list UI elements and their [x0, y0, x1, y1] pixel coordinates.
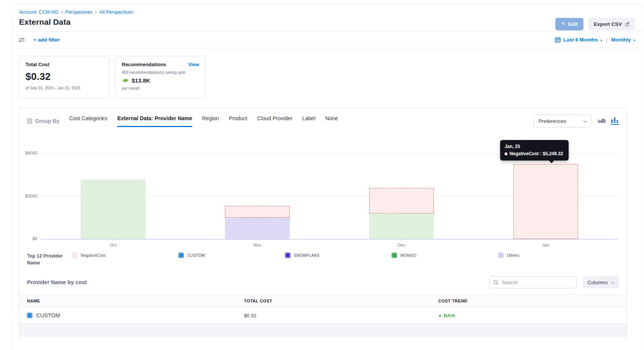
main-panel: Account: CCM-NG›Perspectives›All Perspec… [13, 4, 642, 350]
x-axis-tick [402, 239, 402, 241]
legend-label: Others [507, 253, 520, 258]
bar-dec-negativecost[interactable] [369, 188, 434, 213]
preferences-dropdown[interactable]: Preferences [534, 115, 591, 127]
search-box [489, 276, 577, 288]
chevron-down-icon: ▾ [633, 38, 635, 42]
x-axis-tick [113, 239, 113, 241]
bar-jan-negativecost[interactable] [513, 164, 578, 239]
x-axis-tick [546, 239, 546, 241]
perspective-body-card: Group By Cost CategoriesExternal Data: P… [19, 108, 627, 340]
breadcrumb-separator: › [61, 10, 63, 15]
tooltip-title: Jan, 25 [505, 143, 564, 150]
date-range-dropdown[interactable]: Last 6 Months ▾ [555, 37, 602, 43]
cell-total-cost: $0.32 [244, 313, 438, 318]
bar-oct-mongo[interactable] [81, 180, 145, 239]
breadcrumb-link[interactable]: Perspectives [65, 10, 93, 15]
export-csv-label: Export CSV [594, 21, 622, 27]
legend-item-others[interactable]: Others [498, 253, 605, 258]
legend-label: NegativeCost [81, 253, 105, 258]
table-row[interactable]: CUSTOM$0.32NA% [19, 307, 626, 324]
y-axis-tick-label: $6000 [19, 151, 37, 155]
tooltip-series-bullet [505, 153, 507, 155]
x-axis-tick-label: Jan [529, 243, 563, 247]
add-filter-button[interactable]: + add filter [33, 37, 60, 43]
recommendations-line2: per month [122, 86, 199, 91]
legend-item-mongo[interactable]: MONGO [392, 253, 498, 258]
bar-chart-icon[interactable] [611, 117, 619, 125]
external-link-icon [625, 22, 630, 27]
group-by-label: Group By [35, 118, 59, 124]
filter-bar: + add filter Last 6 Months ▾ | Monthly ▾ [13, 32, 642, 48]
breadcrumb: Account: CCM-NG›Perspectives›All Perspec… [19, 10, 636, 15]
groupby-tab-cost-categories[interactable]: Cost Categories [69, 115, 107, 127]
pencil-icon: ✎ [561, 21, 565, 27]
chevron-down-icon: ▾ [601, 38, 603, 42]
x-axis-tick-label: Nov [240, 243, 274, 247]
legend-swatch [179, 253, 184, 258]
table-section-title: Provider Name by cost [27, 279, 87, 285]
area-chart-icon[interactable] [598, 117, 606, 124]
legend-label: SNOWFLAKE [294, 253, 320, 258]
bar-nov-snowflake[interactable] [225, 218, 290, 239]
legend-item-negativecost[interactable]: NegativeCost [72, 253, 179, 258]
calendar-icon [555, 37, 561, 43]
groupby-tab-label[interactable]: Label [302, 115, 315, 127]
search-input[interactable] [502, 280, 570, 285]
legend-items: NegativeCostCUSTOMSNOWFLAKEMONGOOthers [72, 253, 619, 258]
x-axis-tick-label: Dec [384, 243, 419, 247]
tooltip-value: NegativeCost : $5,249.32 [505, 150, 564, 158]
legend-swatch [498, 253, 504, 258]
export-csv-button[interactable]: Export CSV [588, 18, 635, 30]
table-footer-strip [19, 324, 626, 337]
view-recommendations-link[interactable]: View [188, 62, 199, 67]
provider-cost-table: NAME TOTAL COST COST TREND CUSTOM$0.32NA… [19, 294, 626, 337]
legend-swatch [285, 253, 290, 258]
filter-settings-icon[interactable] [18, 37, 25, 43]
legend-item-snowflake[interactable]: SNOWFLAKE [285, 253, 392, 258]
columns-button[interactable]: Columns [583, 276, 619, 288]
column-header-name: NAME [19, 299, 244, 303]
total-cost-label: Total Cost [26, 62, 103, 67]
chevron-down-icon [611, 280, 615, 284]
legend-item-custom[interactable]: CUSTOM [179, 253, 285, 258]
summary-cards: Total Cost $0.32 of Sep 01, 2024 - Jan 3… [13, 48, 642, 108]
total-cost-card: Total Cost $0.32 of Sep 01, 2024 - Jan 3… [19, 56, 109, 99]
bar-dec-mongo[interactable] [369, 213, 434, 239]
date-range-value: Last 6 Months [563, 37, 598, 43]
chevron-down-icon [583, 119, 587, 123]
groupby-tab-external-data-provider-name[interactable]: External Data: Provider Name [117, 115, 192, 127]
x-axis-tick [257, 239, 258, 241]
preferences-label: Preferences [539, 118, 566, 124]
breadcrumb-link[interactable]: Account: CCM-NG [19, 10, 59, 15]
column-header-cost-trend: COST TREND [438, 299, 626, 303]
page-header: Account: CCM-NG›Perspectives›All Perspec… [13, 4, 642, 32]
y-axis-tick-label: $3000 [19, 194, 37, 198]
group-by-row: Group By Cost CategoriesExternal Data: P… [19, 108, 626, 128]
edit-button[interactable]: ✎ Edit [555, 18, 583, 30]
trend-up-icon [438, 314, 442, 317]
granularity-value: Monthly [611, 37, 631, 43]
active-chart-type-underline [611, 124, 619, 125]
legend-swatch [72, 253, 77, 258]
bar-nov-negativecost[interactable] [225, 206, 290, 218]
groupby-tab-cloud-provider[interactable]: Cloud Provider [257, 115, 293, 127]
provider-name: CUSTOM [36, 312, 60, 318]
groupby-tab-product[interactable]: Product [229, 115, 247, 127]
chart-legend: Top 12 Provider Name NegativeCostCUSTOMS… [19, 252, 626, 266]
cell-cost-trend: NA% [438, 313, 626, 318]
divider: | [606, 37, 607, 43]
groupby-tab-none[interactable]: None [325, 115, 338, 127]
edit-button-label: Edit [568, 21, 578, 27]
recommendations-card: Recommendations View 450 recommendation(… [115, 56, 206, 99]
legend-label: CUSTOM [187, 253, 205, 258]
trend-value: NA% [444, 313, 455, 318]
page-title: External Data [19, 18, 636, 27]
breadcrumb-link[interactable]: All Perspectives [99, 10, 133, 15]
columns-button-label: Columns [588, 280, 608, 285]
legend-label: MONGO [400, 253, 416, 258]
groupby-tab-region[interactable]: Region [202, 115, 219, 127]
money-icon [122, 78, 129, 83]
column-header-total-cost: TOTAL COST [244, 299, 438, 303]
recommendations-label: Recommendations [122, 62, 166, 67]
granularity-dropdown[interactable]: Monthly ▾ [611, 37, 635, 43]
